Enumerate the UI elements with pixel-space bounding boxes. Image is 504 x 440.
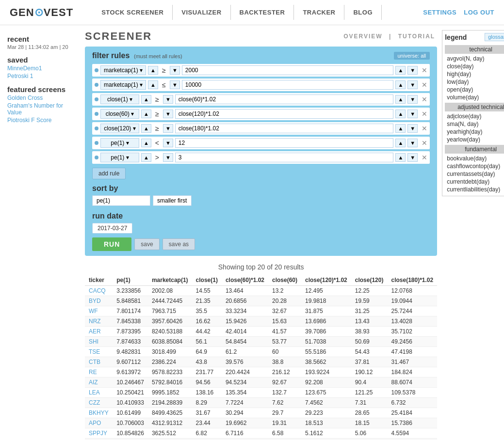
rule-field-2[interactable]: close(1) ▾ <box>100 94 139 104</box>
legend-item[interactable]: low(day) <box>445 78 504 86</box>
legend-item[interactable]: currentassets(day) <box>445 170 504 178</box>
rule-field-1[interactable]: marketcap(1) ▾ <box>100 80 146 90</box>
col-header[interactable]: close(60) <box>268 275 301 286</box>
rule-remove-1[interactable]: ✕ <box>422 81 427 89</box>
rule-op-down-0[interactable]: ▼ <box>170 66 180 75</box>
sidebar-saved-link-1[interactable]: Petroski 1 <box>7 73 73 79</box>
rule-op-down-5[interactable]: ▼ <box>163 139 173 147</box>
rule-op-down-4[interactable]: ▼ <box>163 124 173 133</box>
col-header[interactable]: close(1) <box>192 275 222 286</box>
nav-logout[interactable]: LOG OUT <box>464 9 494 16</box>
col-header[interactable]: close(120) <box>351 275 388 286</box>
legend-item[interactable]: adjclose(day) <box>445 112 504 120</box>
rule-op-up-0[interactable]: ▲ <box>148 66 158 75</box>
rule-op-down-1[interactable]: ▼ <box>170 80 180 89</box>
nav-settings[interactable]: SETTINGS <box>423 9 456 16</box>
legend-item[interactable]: yearlow(day) <box>445 136 504 143</box>
ticker-cell[interactable]: SHI <box>85 337 113 347</box>
sort-field-select[interactable]: pe(1) <box>92 195 150 206</box>
nav-blog[interactable]: BLOG <box>344 5 382 20</box>
rule-value-down-5[interactable]: ▼ <box>407 139 418 147</box>
col-header[interactable]: ticker <box>85 275 113 286</box>
nav-stock-screener[interactable]: STOCK SCREENER <box>93 5 173 20</box>
ticker-cell[interactable]: AIZ <box>85 377 113 388</box>
saveas-button[interactable]: save as <box>163 238 195 250</box>
rule-field-0[interactable]: marketcap(1) ▾ <box>100 65 146 75</box>
rule-op-up-5[interactable]: ▲ <box>141 139 151 147</box>
rule-value-down-0[interactable]: ▼ <box>407 66 418 75</box>
rule-field-6[interactable]: pe(1) ▾ <box>100 153 139 162</box>
legend-item[interactable]: yearhigh(day) <box>445 128 504 136</box>
rule-op-up-1[interactable]: ▲ <box>148 80 158 89</box>
ticker-cell[interactable]: CTB <box>85 357 113 367</box>
legend-item[interactable]: currentliabilities(day) <box>445 186 504 193</box>
legend-item[interactable]: high(day) <box>445 70 504 78</box>
run-button[interactable]: RUN <box>92 237 131 251</box>
sort-order-select[interactable]: smaller first <box>153 195 192 206</box>
col-header[interactable]: close(180)*1.02 <box>387 275 437 286</box>
rule-value-up-5[interactable]: ▲ <box>395 139 406 147</box>
sidebar-featured-link-2[interactable]: Piotroski F Score <box>7 117 73 124</box>
legend-item[interactable]: currentdebt(day) <box>445 178 504 186</box>
nav-backtester[interactable]: BACKTESTER <box>231 5 294 20</box>
legend-item[interactable]: bookvalue(day) <box>445 155 504 162</box>
nav-visualizer[interactable]: VISUALIZER <box>173 5 230 20</box>
rule-remove-0[interactable]: ✕ <box>422 66 427 74</box>
sidebar-featured-link-0[interactable]: Golden Cross <box>7 94 73 101</box>
ticker-cell[interactable]: APO <box>85 418 113 428</box>
rule-value-down-6[interactable]: ▼ <box>407 153 418 162</box>
sidebar-saved-link-0[interactable]: MinneDemo1 <box>7 65 73 72</box>
ticker-cell[interactable]: CZZ <box>85 398 113 408</box>
rule-field-3[interactable]: close(60) ▾ <box>100 109 139 119</box>
ticker-cell[interactable]: SCRYY <box>85 439 113 440</box>
legend-item[interactable]: volume(day) <box>445 94 504 101</box>
rule-value-up-0[interactable]: ▲ <box>395 66 406 75</box>
ticker-cell[interactable]: TSE <box>85 347 113 357</box>
rule-value-down-3[interactable]: ▼ <box>407 110 418 118</box>
rule-op-down-3[interactable]: ▼ <box>163 110 173 118</box>
rule-value-5[interactable] <box>175 138 394 148</box>
rule-value-up-4[interactable]: ▲ <box>395 124 406 133</box>
rule-value-up-1[interactable]: ▲ <box>395 80 406 89</box>
legend-item[interactable]: cashflowcontop(day) <box>445 162 504 170</box>
add-rule-button[interactable]: add rule <box>92 168 126 179</box>
rule-op-up-6[interactable]: ▲ <box>141 153 151 162</box>
rule-remove-4[interactable]: ✕ <box>422 125 427 132</box>
logo[interactable]: GEN⊙VEST <box>10 6 73 19</box>
legend-item[interactable]: open(day) <box>445 86 504 94</box>
rule-op-down-6[interactable]: ▼ <box>163 153 173 162</box>
col-header[interactable]: pe(1) <box>113 275 148 286</box>
rule-remove-6[interactable]: ✕ <box>422 154 427 161</box>
rule-remove-5[interactable]: ✕ <box>422 139 427 147</box>
legend-item[interactable]: close(day) <box>445 63 504 70</box>
nav-tracker[interactable]: TRACKER <box>294 5 344 20</box>
ticker-cell[interactable]: LEA <box>85 388 113 398</box>
save-button[interactable]: save <box>134 238 159 250</box>
col-header[interactable]: marketcap(1) <box>148 275 192 286</box>
ticker-cell[interactable]: WF <box>85 306 113 316</box>
col-header[interactable]: close(60)*1.02 <box>222 275 268 286</box>
rule-value-2[interactable] <box>175 94 394 104</box>
ticker-cell[interactable]: BYD <box>85 296 113 306</box>
universe-button[interactable]: universe: all <box>394 52 430 60</box>
rule-value-down-2[interactable]: ▼ <box>407 95 418 104</box>
rule-value-up-6[interactable]: ▲ <box>395 153 406 162</box>
rule-value-down-4[interactable]: ▼ <box>407 124 418 133</box>
glossary-button[interactable]: glossary ▶ <box>485 33 504 41</box>
sidebar-featured-link-1[interactable]: Graham's Number for Value <box>7 102 73 116</box>
rule-value-3[interactable] <box>175 109 394 119</box>
rule-value-down-1[interactable]: ▼ <box>407 80 418 89</box>
rule-op-up-3[interactable]: ▲ <box>141 110 151 118</box>
legend-item[interactable]: sma(N, day) <box>445 120 504 128</box>
rule-value-6[interactable] <box>175 153 394 162</box>
overview-link[interactable]: OVERVIEW <box>343 33 382 40</box>
ticker-cell[interactable]: CACQ <box>85 286 113 296</box>
rule-op-up-4[interactable]: ▲ <box>141 124 151 133</box>
legend-item[interactable]: avgvol(N, day) <box>445 55 504 63</box>
rule-op-up-2[interactable]: ▲ <box>141 95 151 104</box>
tutorial-link[interactable]: TUTORIAL <box>398 33 435 40</box>
ticker-cell[interactable]: NRZ <box>85 316 113 327</box>
rule-remove-2[interactable]: ✕ <box>422 95 427 103</box>
ticker-cell[interactable]: AER <box>85 327 113 337</box>
rule-field-4[interactable]: close(120) ▾ <box>100 124 139 133</box>
